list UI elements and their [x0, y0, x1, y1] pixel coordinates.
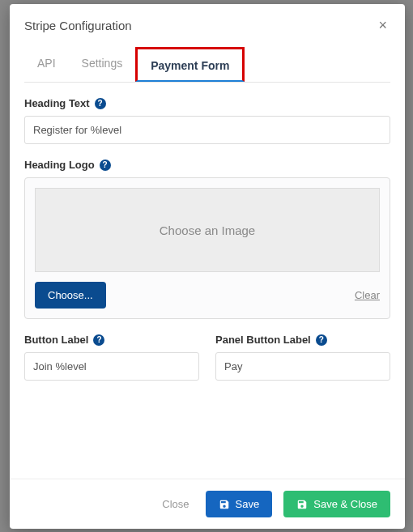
stripe-config-modal: Stripe Configuration × API Settings Paym… — [10, 4, 405, 529]
button-labels-row: Button Label ? Panel Button Label ? — [24, 334, 390, 395]
heading-text-group: Heading Text ? — [24, 97, 390, 144]
heading-text-label: Heading Text ? — [24, 97, 390, 109]
label-text: Heading Text — [24, 97, 90, 109]
tabs: API Settings Payment Form — [24, 47, 390, 83]
heading-logo-group: Heading Logo ? Choose an Image Choose...… — [24, 159, 390, 319]
save-icon — [219, 499, 230, 510]
image-actions: Choose... Clear — [35, 282, 380, 309]
panel-button-label-group: Panel Button Label ? — [215, 334, 390, 381]
modal-body: API Settings Payment Form Heading Text ?… — [10, 44, 405, 479]
save-close-button-label: Save & Close — [313, 498, 377, 510]
panel-button-label-input[interactable] — [215, 352, 390, 381]
save-close-button[interactable]: Save & Close — [283, 491, 390, 517]
image-panel: Choose an Image Choose... Clear — [24, 177, 390, 319]
heading-text-input[interactable] — [24, 116, 390, 144]
close-icon[interactable]: × — [375, 15, 390, 36]
button-label-label: Button Label ? — [24, 334, 199, 346]
save-button-label: Save — [236, 498, 260, 510]
help-icon[interactable]: ? — [316, 334, 327, 346]
help-icon[interactable]: ? — [100, 160, 111, 171]
button-label-input[interactable] — [24, 352, 199, 381]
label-text: Button Label — [24, 334, 88, 346]
modal-title: Stripe Configuration — [24, 19, 132, 32]
help-icon[interactable]: ? — [95, 98, 106, 109]
choose-image-button[interactable]: Choose... — [35, 282, 106, 309]
image-dropzone[interactable]: Choose an Image — [35, 188, 380, 272]
tab-api[interactable]: API — [24, 47, 69, 82]
modal-footer: Close Save Save & Close — [10, 479, 405, 529]
save-icon — [296, 499, 308, 510]
button-label-group: Button Label ? — [24, 334, 199, 381]
footer-close-link[interactable]: Close — [162, 498, 189, 510]
clear-image-link[interactable]: Clear — [355, 289, 380, 301]
save-button[interactable]: Save — [206, 491, 273, 517]
heading-logo-label: Heading Logo ? — [24, 159, 390, 171]
tab-settings[interactable]: Settings — [69, 47, 136, 82]
modal-header: Stripe Configuration × — [10, 4, 405, 44]
tab-payment-form[interactable]: Payment Form — [135, 47, 245, 82]
label-text: Heading Logo — [24, 159, 95, 171]
help-icon[interactable]: ? — [93, 334, 104, 346]
label-text: Panel Button Label — [215, 334, 311, 346]
panel-button-label-label: Panel Button Label ? — [215, 334, 390, 346]
